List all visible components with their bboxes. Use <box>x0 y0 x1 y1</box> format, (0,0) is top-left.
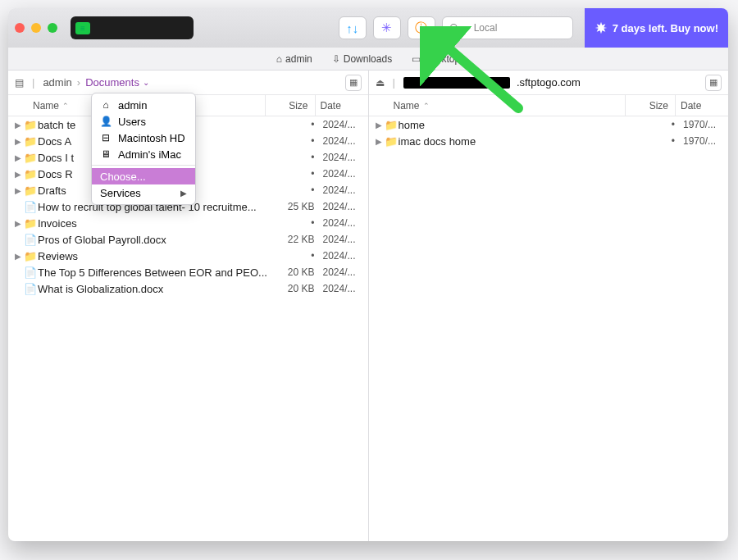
home-icon: ⌂ <box>276 53 282 65</box>
file-row[interactable]: ▶📁imac docs home•1970/... <box>369 133 729 149</box>
file-row[interactable]: 📄Pros of Global Payroll.docx22 KB2024/..… <box>8 231 368 248</box>
view-grid-button[interactable]: ▦ <box>345 75 362 91</box>
info-icon: ⓘ <box>415 20 427 36</box>
maximize-window-button[interactable] <box>48 23 57 33</box>
file-size: • <box>274 135 323 147</box>
folder-icon: 📁 <box>23 250 38 262</box>
download-icon: ⇩ <box>332 53 340 65</box>
file-size: 20 KB <box>274 266 323 278</box>
folder-icon: 📁 <box>23 217 38 230</box>
file-name: imac docs home <box>399 135 635 148</box>
dropdown-item-users[interactable]: 👤Users <box>92 113 195 130</box>
file-date: 2024/... <box>323 266 368 278</box>
disclosure-triangle-icon[interactable]: ▶ <box>13 219 23 228</box>
folder-icon: 📁 <box>384 135 399 148</box>
file-size: • <box>274 217 323 229</box>
disk-icon: ▤ <box>15 77 24 89</box>
file-size: 22 KB <box>274 234 323 245</box>
file-row[interactable]: ▶📁home•1970/... <box>369 116 729 133</box>
file-name: The Top 5 Differences Between EOR and PE… <box>38 266 274 279</box>
close-window-button[interactable] <box>15 23 25 33</box>
grid-icon: ▦ <box>349 77 358 88</box>
submenu-arrow-icon: ▶ <box>180 189 187 198</box>
file-size: • <box>634 119 683 130</box>
disclosure-triangle-icon[interactable]: ▶ <box>13 121 23 130</box>
file-date: 1970/... <box>683 135 728 147</box>
file-size: 25 KB <box>274 201 323 212</box>
panic-button[interactable]: ✳ <box>373 16 401 39</box>
terminal-icon <box>75 22 90 34</box>
users-icon: 👤 <box>100 116 112 127</box>
col-size-header[interactable]: Size <box>626 100 675 112</box>
document-icon: 📄 <box>23 266 38 279</box>
eject-icon: ⏏ <box>376 77 385 89</box>
col-name-header[interactable]: Name⌃ <box>369 100 626 112</box>
disclosure-triangle-icon[interactable]: ▶ <box>374 137 384 146</box>
info-button[interactable]: ⓘ <box>408 16 435 39</box>
document-icon: 📄 <box>23 201 38 213</box>
dropdown-item-services[interactable]: Services▶ <box>92 184 195 201</box>
search-input[interactable]: ▾ Local <box>442 16 573 39</box>
file-name: What is Globalization.docx <box>38 283 274 295</box>
dropdown-item-admins-imac[interactable]: 🖥Admin's iMac <box>92 146 195 162</box>
folder-icon: 📁 <box>384 119 399 131</box>
dropdown-item-admin[interactable]: ⌂admin <box>92 97 195 113</box>
crumb-root[interactable]: admin <box>43 76 71 89</box>
disclosure-triangle-icon[interactable]: ▶ <box>13 186 23 195</box>
svg-line-1 <box>456 30 458 32</box>
file-date: 2024/... <box>323 119 368 130</box>
svg-point-0 <box>450 25 457 31</box>
trial-banner[interactable]: 7 days left. Buy now! <box>585 8 728 48</box>
trial-text: 7 days left. Buy now! <box>613 22 718 34</box>
window-controls <box>15 23 57 33</box>
search-placeholder: Local <box>474 22 498 34</box>
file-name: Reviews <box>38 250 274 262</box>
document-icon: 📄 <box>23 234 38 246</box>
file-name: Pros of Global Payroll.docx <box>38 234 274 246</box>
dropdown-separator <box>92 165 195 166</box>
local-breadcrumb: ▤ | admin › Documents ⌄ ▦ <box>8 71 368 95</box>
chevron-right-icon: › <box>77 76 80 89</box>
file-date: 2024/... <box>323 168 368 180</box>
file-row[interactable]: ▶📁Reviews•2024/... <box>8 248 368 264</box>
col-size-header[interactable]: Size <box>266 100 315 112</box>
file-size: • <box>274 184 323 196</box>
favorite-downloads[interactable]: ⇩Downloads <box>332 53 392 65</box>
col-date-header[interactable]: Date <box>676 100 725 112</box>
disclosure-triangle-icon[interactable]: ▶ <box>13 170 23 179</box>
dropdown-item-choose[interactable]: Choose... <box>92 168 195 184</box>
favorite-desktop[interactable]: ▭Desktop <box>412 53 460 65</box>
file-date: 2024/... <box>323 135 368 147</box>
disclosure-triangle-icon[interactable]: ▶ <box>13 137 23 146</box>
flower-icon: ✳ <box>381 20 392 35</box>
folder-icon: 📁 <box>23 135 38 148</box>
file-size: 20 KB <box>274 283 323 294</box>
file-name: home <box>399 119 635 131</box>
file-row[interactable]: 📄The Top 5 Differences Between EOR and P… <box>8 264 368 280</box>
search-icon <box>449 23 459 33</box>
app-window: ↑↓ ✳ ⓘ ▾ Local 7 days left. Buy now! ⌂ad… <box>8 8 728 541</box>
sync-button[interactable]: ↑↓ <box>339 16 367 39</box>
favorites-bar: ⌂admin ⇩Downloads ▭Desktop <box>8 48 728 71</box>
dropdown-item-macintosh-hd[interactable]: ⊟Macintosh HD <box>92 130 195 146</box>
file-row[interactable]: ▶📁Invoices•2024/... <box>8 215 368 231</box>
remote-host[interactable]: .sftptogo.com <box>517 76 581 89</box>
desktop-icon: ▭ <box>412 53 421 65</box>
col-date-header[interactable]: Date <box>316 100 365 112</box>
crumb-current[interactable]: Documents ⌄ <box>85 76 149 89</box>
file-date: 2024/... <box>323 184 368 196</box>
remote-file-list[interactable]: ▶📁home•1970/...▶📁imac docs home•1970/... <box>369 116 729 541</box>
sync-icon: ↑↓ <box>346 21 358 35</box>
sort-asc-icon: ⌃ <box>62 102 69 110</box>
redacted-host <box>403 77 510 89</box>
disclosure-triangle-icon[interactable]: ▶ <box>374 121 384 130</box>
favorite-admin[interactable]: ⌂admin <box>276 53 312 65</box>
disclosure-triangle-icon[interactable]: ▶ <box>13 153 23 162</box>
file-row[interactable]: 📄What is Globalization.docx20 KB2024/... <box>8 280 368 297</box>
file-date: 2024/... <box>323 152 368 163</box>
minimize-window-button[interactable] <box>31 23 41 33</box>
connection-chip[interactable] <box>71 16 194 39</box>
disclosure-triangle-icon[interactable]: ▶ <box>13 252 23 261</box>
view-grid-button[interactable]: ▦ <box>705 75 722 91</box>
burst-icon <box>594 21 608 34</box>
